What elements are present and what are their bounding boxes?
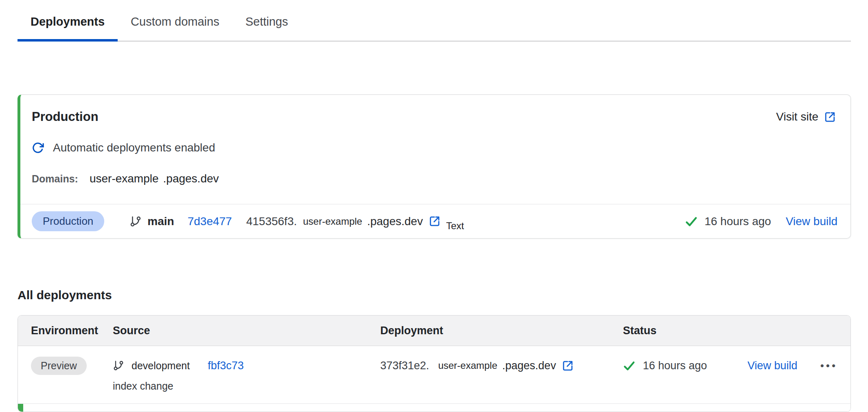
visit-site-link[interactable]: Visit site: [776, 110, 836, 123]
deployment-time: 16 hours ago: [643, 359, 707, 372]
git-branch-icon: [113, 360, 124, 371]
refresh-icon: [32, 142, 44, 154]
table-row: Preview development fbf3c73: [18, 346, 850, 403]
check-icon: [623, 359, 636, 372]
table-header-row: Environment Source Deployment Status: [18, 316, 850, 346]
domains-label: Domains:: [32, 173, 78, 185]
production-card-body: Production Visit site: [20, 95, 850, 204]
view-build-link[interactable]: View build: [747, 359, 798, 372]
row-menu-ellipsis-icon[interactable]: •••: [820, 356, 837, 375]
check-icon: [685, 215, 698, 228]
column-header-environment: Environment: [31, 324, 113, 337]
next-row-peek: [18, 403, 850, 412]
deployment-host: user-example: [438, 360, 497, 371]
view-build-link[interactable]: View build: [786, 215, 837, 228]
domains-row: Domains: user-example .pages.dev: [32, 172, 836, 204]
production-deployment-row: Production main 7d3e477 415356f3. user-e…: [20, 204, 850, 238]
external-link-icon[interactable]: [562, 360, 574, 372]
all-deployments-title: All deployments: [18, 288, 851, 302]
branch-name: main: [147, 215, 174, 228]
branch-name: development: [132, 360, 190, 372]
tab-custom-domains[interactable]: Custom domains: [118, 0, 232, 41]
environment-badge-production: Production: [32, 211, 104, 231]
status-cell: 16 hours ago: [623, 356, 747, 375]
production-accent-bar: [18, 404, 23, 412]
deployment-id: 373f31e2.: [380, 359, 429, 372]
production-card-header: Production Visit site: [32, 110, 836, 124]
production-card: Production Visit site: [18, 94, 851, 239]
tab-settings[interactable]: Settings: [232, 0, 301, 41]
deployment-cell: 373f31e2. user-example .pages.dev: [380, 356, 623, 375]
external-link-icon[interactable]: [429, 215, 441, 227]
deployment-id: 415356f3.: [246, 215, 297, 228]
commit-hash-link[interactable]: fbf3c73: [208, 359, 244, 372]
column-header-deployment: Deployment: [380, 324, 623, 337]
all-deployments-table: Environment Source Deployment Status Pre…: [18, 315, 851, 412]
deployment-time: 16 hours ago: [704, 215, 771, 228]
text-annotation: Text: [446, 220, 464, 232]
pages-project-page: Deployments Custom domains Settings Prod…: [0, 0, 868, 412]
commit-hash-link[interactable]: 7d3e477: [188, 215, 232, 228]
automatic-deployments-text: Automatic deployments enabled: [53, 141, 215, 154]
environment-cell: Preview: [31, 356, 113, 375]
deployment-status: 16 hours ago View build: [685, 215, 837, 228]
production-title: Production: [32, 110, 99, 124]
column-header-status: Status: [623, 324, 747, 337]
visit-site-label: Visit site: [776, 110, 818, 123]
automatic-deployments-status: Automatic deployments enabled: [32, 141, 836, 154]
domain-host: user-example: [90, 172, 159, 185]
project-tab-bar: Deployments Custom domains Settings: [18, 0, 851, 42]
tab-deployments[interactable]: Deployments: [18, 0, 118, 41]
deployment-suffix: .pages.dev: [367, 215, 423, 228]
actions-cell: View build •••: [747, 356, 837, 375]
git-branch-icon: [129, 215, 142, 228]
deployment-suffix: .pages.dev: [502, 359, 556, 372]
external-link-icon: [824, 111, 836, 123]
deployment-host: user-example: [303, 216, 362, 227]
environment-badge-preview: Preview: [31, 357, 87, 375]
source-cell: development fbf3c73 index change: [113, 356, 380, 392]
domain-suffix: .pages.dev: [163, 172, 219, 185]
commit-message: index change: [113, 380, 380, 392]
column-header-source: Source: [113, 324, 380, 337]
